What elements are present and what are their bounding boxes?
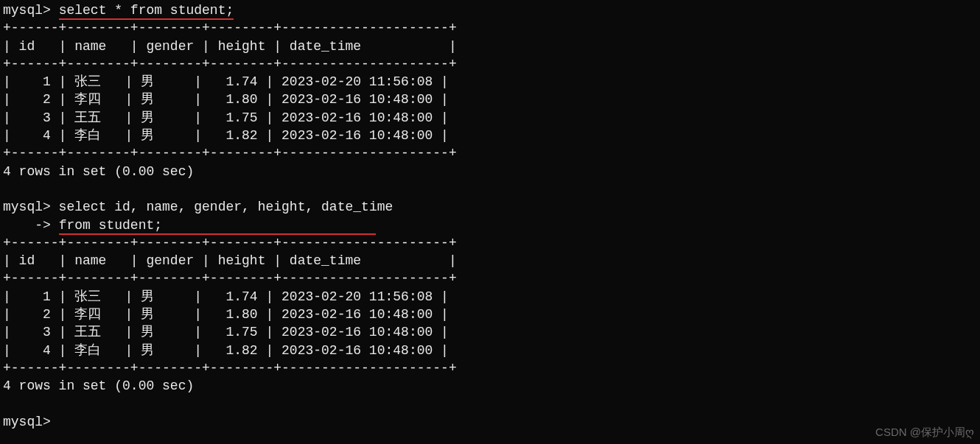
table-border: +------+--------+--------+--------+-----… <box>3 55 977 73</box>
table-border: +------+--------+--------+--------+-----… <box>3 19 977 37</box>
table-header-row: | id | name | gender | height | date_tim… <box>3 38 977 55</box>
table-row: | 1 | 张三 | 男 | 1.74 | 2023-02-20 11:56:0… <box>3 288 977 306</box>
table-row: | 4 | 李白 | 男 | 1.82 | 2023-02-16 10:48:0… <box>3 342 977 359</box>
mysql-prompt: mysql> <box>3 3 51 18</box>
table-row: | 2 | 李四 | 男 | 1.80 | 2023-02-16 10:48:0… <box>3 91 977 108</box>
prompt-line-1[interactable]: mysql> select * from student; <box>3 1 977 19</box>
prompt-line-2[interactable]: mysql> select id, name, gender, height, … <box>3 198 977 216</box>
watermark-text: CSDN @保护小周ღ <box>875 425 974 440</box>
result-summary: 4 rows in set (0.00 sec) <box>3 163 977 180</box>
table-row: | 1 | 张三 | 男 | 1.74 | 2023-02-20 11:56:0… <box>3 73 977 91</box>
sql-query-1: select * from student; <box>59 1 234 19</box>
table-border: +------+--------+--------+--------+-----… <box>3 234 977 252</box>
table-border: +------+--------+--------+--------+-----… <box>3 359 977 377</box>
mysql-prompt: mysql> <box>3 415 51 429</box>
mysql-cont-prompt: -> <box>3 218 51 233</box>
table-row: | 4 | 李白 | 男 | 1.82 | 2023-02-16 10:48:0… <box>3 127 977 144</box>
table-row: | 3 | 王五 | 男 | 1.75 | 2023-02-16 10:48:0… <box>3 109 977 127</box>
sql-query-2-line2: from student; <box>59 216 376 234</box>
prompt-line-2-cont[interactable]: -> from student; <box>3 216 977 234</box>
prompt-line-3[interactable]: mysql> <box>3 413 977 431</box>
result-summary: 4 rows in set (0.00 sec) <box>3 377 977 395</box>
blank-line <box>3 180 977 198</box>
table-border: +------+--------+--------+--------+-----… <box>3 144 977 162</box>
table-border: +------+--------+--------+--------+-----… <box>3 269 977 287</box>
table-row: | 2 | 李四 | 男 | 1.80 | 2023-02-16 10:48:0… <box>3 306 977 323</box>
table-row: | 3 | 王五 | 男 | 1.75 | 2023-02-16 10:48:0… <box>3 323 977 341</box>
blank-line <box>3 395 977 413</box>
mysql-prompt: mysql> <box>3 200 51 214</box>
sql-query-2-line1: select id, name, gender, height, date_ti… <box>51 200 393 214</box>
table-header-row: | id | name | gender | height | date_tim… <box>3 252 977 269</box>
